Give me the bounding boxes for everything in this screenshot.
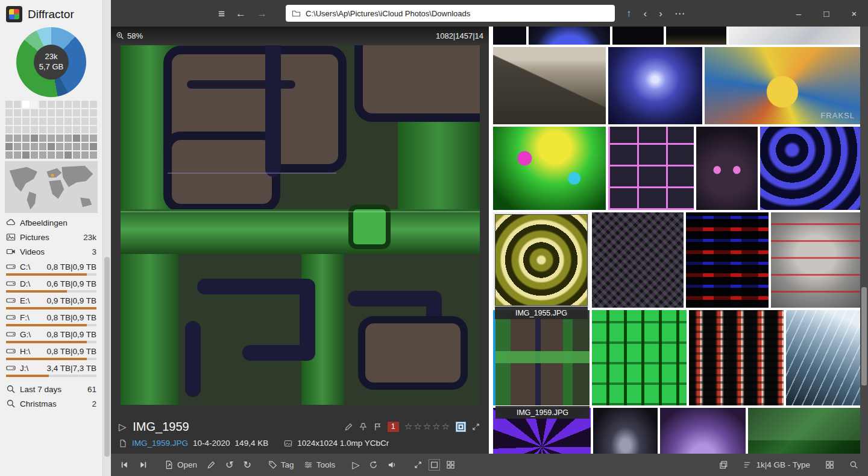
heatmap-cell[interactable] xyxy=(56,109,63,116)
heatmap-cell[interactable] xyxy=(31,101,38,108)
sidebar-item-pictures[interactable]: Pictures 23k xyxy=(0,230,102,244)
fit-to-window-toggle[interactable] xyxy=(456,422,466,432)
world-map[interactable] xyxy=(5,161,98,213)
loop-icon[interactable] xyxy=(365,458,382,472)
star-icon[interactable]: ☆ xyxy=(423,421,432,432)
address-bar[interactable]: C:\Users\Ap\Pictures\iCloud Photos\Downl… xyxy=(286,5,615,22)
thumbnail[interactable] xyxy=(760,127,860,210)
heatmap-cell[interactable] xyxy=(81,151,89,159)
drive-row[interactable]: G:\ 0,8 TB|0,9 TB xyxy=(0,326,102,343)
heatmap-cell[interactable] xyxy=(90,118,97,125)
heatmap-cell[interactable] xyxy=(5,151,13,159)
heatmap-cell[interactable] xyxy=(48,143,55,150)
heatmap-cell[interactable] xyxy=(73,126,80,133)
sidebar-item-christmas[interactable]: Christmas 2 xyxy=(0,396,102,411)
activity-heatmap[interactable] xyxy=(5,101,97,159)
thumbnail[interactable] xyxy=(529,27,610,45)
heatmap-cell[interactable] xyxy=(31,143,38,150)
chevron-right-icon[interactable]: › xyxy=(653,6,668,21)
heatmap-cell[interactable] xyxy=(56,135,63,142)
volume-icon[interactable] xyxy=(384,458,400,472)
heatmap-cell[interactable] xyxy=(14,118,21,125)
heatmap-cell[interactable] xyxy=(56,118,63,125)
heatmap-cell[interactable] xyxy=(14,101,21,108)
thumbnail[interactable]: FRAKSL xyxy=(705,47,860,124)
heatmap-cell[interactable] xyxy=(22,101,30,108)
heatmap-cell[interactable] xyxy=(64,101,72,108)
open-button[interactable]: Open xyxy=(161,458,201,472)
heatmap-cell[interactable] xyxy=(81,135,89,142)
rotate-ccw-icon[interactable]: ↺ xyxy=(222,458,237,472)
library-donut-chart[interactable]: 23k 5,7 GB xyxy=(16,27,86,97)
thumbnail[interactable] xyxy=(608,127,694,210)
heatmap-cell[interactable] xyxy=(14,151,21,159)
heatmap-cell[interactable] xyxy=(22,126,30,133)
heatmap-cell[interactable] xyxy=(39,135,46,142)
heatmap-cell[interactable] xyxy=(14,135,21,142)
thumbnail[interactable] xyxy=(493,127,606,210)
previous-button[interactable] xyxy=(116,458,133,472)
file-name-link[interactable]: IMG_1959.JPG xyxy=(132,439,188,448)
thumbnail[interactable] xyxy=(686,212,769,308)
heatmap-cell[interactable] xyxy=(81,126,89,133)
grid-view-button[interactable] xyxy=(442,458,459,472)
next-button[interactable] xyxy=(135,458,151,472)
sort-group-control[interactable]: 1k|4 GB - Type xyxy=(740,458,814,472)
more-icon[interactable]: ⋯ xyxy=(669,6,690,21)
thumbnail[interactable] xyxy=(592,212,684,308)
heatmap-cell[interactable] xyxy=(48,109,55,116)
heatmap-cell[interactable] xyxy=(48,118,55,125)
drive-row[interactable]: D:\ 0,6 TB|0,9 TB xyxy=(0,276,102,293)
menu-icon[interactable]: ≡ xyxy=(213,5,230,22)
thumbnail-scrollbar[interactable] xyxy=(860,27,868,454)
maximize-button[interactable]: □ xyxy=(813,0,840,27)
heatmap-cell[interactable] xyxy=(48,126,55,133)
sidebar-item-afbeeldingen[interactable]: Afbeeldingen xyxy=(0,215,102,230)
thumbnail[interactable] xyxy=(748,408,860,454)
heatmap-cell[interactable] xyxy=(81,143,89,150)
sidebar-scrollbar-thumb[interactable] xyxy=(104,257,110,457)
heatmap-cell[interactable] xyxy=(73,143,80,150)
star-icon[interactable]: ☆ xyxy=(432,421,441,432)
heatmap-cell[interactable] xyxy=(81,101,89,108)
heatmap-cell[interactable] xyxy=(5,118,13,125)
thumbnail[interactable] xyxy=(696,127,758,210)
preview-image[interactable] xyxy=(121,45,480,405)
heatmap-cell[interactable] xyxy=(48,151,55,159)
play-icon[interactable]: ▷ xyxy=(119,421,126,433)
heatmap-cell[interactable] xyxy=(5,126,13,133)
heatmap-cell[interactable] xyxy=(31,109,38,116)
heatmap-cell[interactable] xyxy=(73,109,80,116)
count-badge[interactable]: 1 xyxy=(388,422,399,432)
heatmap-cell[interactable] xyxy=(22,143,30,150)
thumbnail-current[interactable]: IMG_1959.JPG xyxy=(493,310,590,405)
heatmap-cell[interactable] xyxy=(14,109,21,116)
zoom-indicator[interactable]: 58% xyxy=(116,31,143,40)
heatmap-cell[interactable] xyxy=(22,109,30,116)
heatmap-cell[interactable] xyxy=(5,101,13,108)
play-button[interactable]: ▷ xyxy=(348,458,363,472)
duplicate-icon[interactable] xyxy=(715,458,732,472)
thumbnail[interactable] xyxy=(771,212,860,308)
thumbnail[interactable] xyxy=(493,47,606,124)
edit-icon[interactable] xyxy=(344,422,353,431)
heatmap-cell[interactable] xyxy=(90,143,97,150)
heatmap-cell[interactable] xyxy=(81,109,89,116)
heatmap-cell[interactable] xyxy=(5,143,13,150)
expand-icon[interactable] xyxy=(471,422,480,431)
thumbnail[interactable] xyxy=(592,310,687,405)
chevron-left-icon[interactable]: ‹ xyxy=(638,6,653,21)
sidebar-scrollbar[interactable] xyxy=(102,0,111,476)
pin-icon[interactable] xyxy=(359,422,368,431)
heatmap-cell[interactable] xyxy=(90,135,97,142)
fullscreen-toggle[interactable] xyxy=(429,459,440,471)
heatmap-cell[interactable] xyxy=(22,151,30,159)
heatmap-cell[interactable] xyxy=(22,135,30,142)
close-button[interactable]: × xyxy=(840,0,868,27)
heatmap-cell[interactable] xyxy=(31,135,38,142)
star-icon[interactable]: ☆ xyxy=(442,421,450,432)
heatmap-cell[interactable] xyxy=(73,135,80,142)
heatmap-cell[interactable] xyxy=(31,126,38,133)
heatmap-cell[interactable] xyxy=(90,126,97,133)
heatmap-cell[interactable] xyxy=(64,151,72,159)
